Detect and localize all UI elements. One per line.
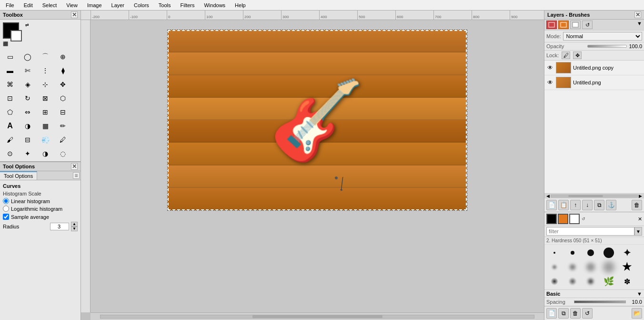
layers-scroll[interactable]: ◀ ▶ bbox=[544, 193, 644, 198]
rect-select-tool[interactable]: ▭ bbox=[2, 50, 18, 63]
brush-item[interactable] bbox=[546, 246, 563, 259]
opacity-track[interactable] bbox=[587, 45, 627, 48]
lock-pixel-btn[interactable]: 🖊 bbox=[562, 52, 570, 59]
basic-section[interactable]: Basic ▼ bbox=[544, 289, 644, 298]
reset-colors-btn[interactable]: ⬛ bbox=[3, 41, 8, 46]
menu-colors[interactable]: Colors bbox=[130, 1, 153, 9]
menu-view[interactable]: View bbox=[62, 1, 81, 9]
scissors-tool[interactable]: ✄ bbox=[20, 64, 36, 77]
brush-item[interactable] bbox=[546, 275, 563, 288]
new-brush-btn[interactable]: 📄 bbox=[546, 308, 557, 319]
warp-transform-tool[interactable]: ⊟ bbox=[55, 105, 71, 119]
lock-position-btn[interactable]: ✥ bbox=[573, 52, 582, 59]
menu-help[interactable]: Help bbox=[231, 1, 250, 9]
align-tool[interactable]: ⊹ bbox=[37, 78, 53, 91]
blend-tool[interactable]: ▦ bbox=[37, 119, 53, 133]
brush-item[interactable]: ✦ bbox=[619, 246, 635, 259]
brush-item[interactable] bbox=[583, 275, 599, 288]
move-tool[interactable]: ✥ bbox=[55, 78, 71, 91]
spacing-track[interactable] bbox=[574, 300, 626, 303]
heal-tool[interactable]: ✦ bbox=[20, 147, 36, 160]
new-layer-btn[interactable]: 📄 bbox=[546, 200, 557, 210]
text-tool[interactable]: A bbox=[2, 119, 18, 133]
dodge-burn-tool[interactable]: ◑ bbox=[37, 147, 53, 160]
bottom-scrollbar[interactable] bbox=[91, 312, 544, 320]
by-color-tool[interactable]: ⧫ bbox=[55, 64, 71, 77]
pencil-tool[interactable]: ✏ bbox=[55, 119, 71, 133]
delete-brush-btn[interactable]: 🗑 bbox=[570, 308, 581, 319]
smudge-tool[interactable]: ◌ bbox=[55, 147, 71, 160]
crop-tool[interactable]: ⊡ bbox=[2, 92, 18, 105]
paintbrush-tool[interactable]: 🖌 bbox=[2, 133, 18, 146]
brush-item[interactable] bbox=[583, 246, 599, 259]
swatch-reset-btn[interactable]: ↺ bbox=[581, 216, 586, 222]
brush-item[interactable] bbox=[564, 246, 581, 259]
brush-item[interactable]: ★ bbox=[619, 260, 635, 274]
shear-tool[interactable]: ⬡ bbox=[55, 92, 71, 105]
refresh-brushes-btn[interactable]: ↺ bbox=[582, 308, 593, 319]
layer-visibility-btn[interactable]: 👁 bbox=[546, 79, 554, 86]
menu-filters[interactable]: Filters bbox=[177, 1, 199, 9]
layer-tool-3[interactable] bbox=[570, 21, 581, 29]
layer-item[interactable]: 👁 Untitled.png copy bbox=[544, 61, 644, 75]
rotate-tool[interactable]: ↻ bbox=[20, 92, 36, 105]
clone-tool[interactable]: ⊕ bbox=[55, 50, 71, 63]
paths-tool[interactable]: ▬ bbox=[2, 64, 18, 77]
cage-transform-tool[interactable]: ⊞ bbox=[37, 105, 53, 119]
lasso-tool[interactable]: ⌒ bbox=[37, 50, 53, 63]
ink-tool[interactable]: 🖊 bbox=[55, 133, 71, 146]
foreground-select-tool[interactable]: ◈ bbox=[20, 78, 36, 91]
toolbox-close-btn[interactable]: ✕ bbox=[71, 11, 78, 18]
mode-select[interactable]: Normal Multiply Screen Overlay bbox=[563, 32, 642, 41]
layer-tool-1[interactable] bbox=[546, 21, 557, 29]
swap-colors-btn[interactable]: ⇄ bbox=[25, 22, 29, 27]
scale-tool[interactable]: ⊠ bbox=[37, 92, 53, 105]
menu-file[interactable]: File bbox=[2, 1, 18, 9]
radius-input[interactable]: 3 bbox=[50, 223, 69, 230]
brush-item[interactable] bbox=[546, 260, 563, 274]
background-color[interactable] bbox=[10, 30, 22, 41]
menu-tools[interactable]: Tools bbox=[155, 1, 175, 9]
layer-tool-4[interactable]: ↺ bbox=[582, 21, 593, 29]
layer-visibility-btn[interactable]: 👁 bbox=[546, 64, 554, 72]
fuzzy-select-tool[interactable]: ⋮ bbox=[37, 64, 53, 77]
anchor-layer-btn[interactable]: ⚓ bbox=[606, 200, 616, 210]
flip-tool[interactable]: ⇔ bbox=[20, 105, 36, 119]
iscissors-tool[interactable]: ⌘ bbox=[2, 78, 18, 91]
duplicate-brush-btn[interactable]: ⧉ bbox=[558, 308, 569, 319]
white-swatch[interactable] bbox=[569, 214, 580, 224]
brush-item[interactable] bbox=[601, 246, 617, 259]
brush-item[interactable]: ✽ bbox=[619, 275, 635, 288]
layers-panel-menu-btn[interactable]: ▼ bbox=[637, 21, 642, 29]
tool-options-close-btn[interactable]: ✕ bbox=[71, 163, 78, 170]
radius-down-btn[interactable]: ▼ bbox=[71, 227, 78, 231]
canvas-image[interactable]: 🎸 bbox=[167, 30, 467, 211]
radius-up-btn[interactable]: ▲ bbox=[71, 222, 78, 227]
eraser-tool[interactable]: ⊟ bbox=[20, 133, 36, 146]
tab-options-btn[interactable]: ≡ bbox=[73, 172, 80, 179]
fill-tool[interactable]: ◑ bbox=[20, 119, 36, 133]
menu-windows[interactable]: Windows bbox=[200, 1, 229, 9]
layer-up-btn[interactable]: ↑ bbox=[570, 200, 581, 210]
open-brush-folder-btn[interactable]: 📂 bbox=[632, 308, 642, 319]
delete-layer-btn[interactable]: 🗑 bbox=[632, 200, 642, 210]
layers-scroll-track[interactable] bbox=[551, 195, 638, 197]
perspective-tool[interactable]: ⬠ bbox=[2, 105, 18, 119]
brush-filter-dropdown[interactable]: ▼ bbox=[634, 227, 642, 236]
menu-image[interactable]: Image bbox=[83, 1, 106, 9]
brush-item[interactable] bbox=[583, 260, 599, 274]
orange-swatch[interactable] bbox=[558, 214, 568, 224]
clone-stamp-tool[interactable]: ⊙ bbox=[2, 147, 18, 160]
airbrush-tool[interactable]: 💨 bbox=[37, 133, 53, 146]
brush-filter-input[interactable] bbox=[546, 227, 634, 236]
layers-close-btn[interactable]: ✕ bbox=[634, 11, 641, 18]
brush-item[interactable] bbox=[564, 275, 581, 288]
menu-edit[interactable]: Edit bbox=[20, 1, 37, 9]
brush-item[interactable] bbox=[564, 260, 581, 274]
canvas-container[interactable]: 🎸 bbox=[91, 20, 544, 312]
layer-tool-2[interactable] bbox=[558, 21, 569, 29]
menu-select[interactable]: Select bbox=[39, 1, 61, 9]
logarithmic-histogram-label[interactable]: Logarithmic histogram bbox=[11, 206, 62, 212]
menu-layer[interactable]: Layer bbox=[108, 1, 129, 9]
ellipse-select-tool[interactable]: ◯ bbox=[20, 50, 36, 63]
